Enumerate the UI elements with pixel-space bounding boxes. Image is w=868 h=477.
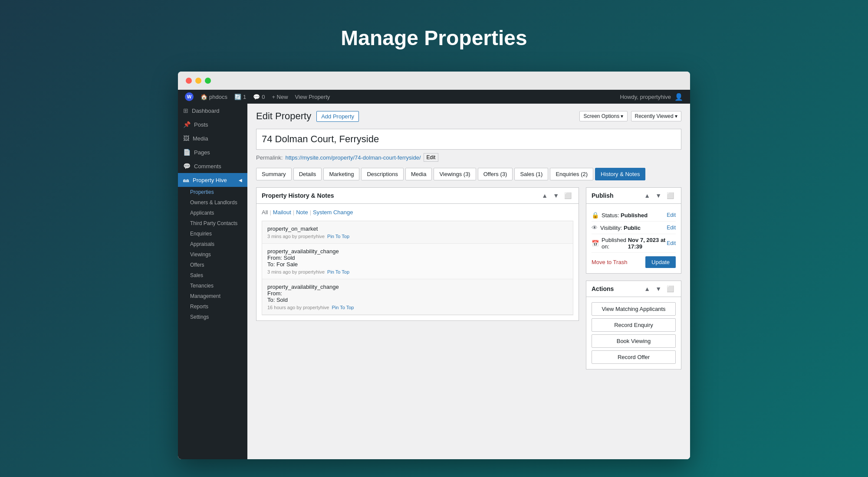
sidebar-sub-owners-landlords[interactable]: Owners & Landlords [178, 197, 247, 208]
tab-viewings[interactable]: Viewings (3) [434, 168, 476, 180]
sidebar-sub-appraisals[interactable]: Appraisals [178, 239, 247, 249]
sidebar-item-posts[interactable]: 📌 Posts [178, 118, 247, 131]
metabox-collapse-down[interactable]: ▼ [551, 191, 561, 200]
sidebar-sub-third-party[interactable]: Third Party Contacts [178, 218, 247, 229]
status-edit-link[interactable]: Edit [667, 212, 676, 218]
tab-sales[interactable]: Sales (1) [514, 168, 548, 180]
sidebar-item-comments[interactable]: 💬 Comments [178, 159, 247, 173]
publish-collapse-down[interactable]: ▼ [654, 191, 663, 200]
sidebar-sub-applicants[interactable]: Applicants [178, 208, 247, 218]
property-title-input[interactable] [256, 129, 681, 150]
filter-system-change[interactable]: System Change [313, 209, 353, 216]
tab-history-notes[interactable]: History & Notes [595, 168, 645, 180]
updates-item[interactable]: 🔄 1 [231, 90, 250, 104]
visibility-icon: 👁 [592, 224, 598, 231]
sidebar-sub-management[interactable]: Management [178, 291, 247, 301]
pages-icon: 📄 [183, 149, 191, 156]
pin-to-top-2[interactable]: Pin To Top [327, 269, 349, 274]
actions-title: Actions [592, 285, 614, 292]
sidebar-sub-settings[interactable]: Settings [178, 312, 247, 322]
record-offer-button[interactable]: Record Offer [592, 350, 676, 364]
tab-media[interactable]: Media [405, 168, 432, 180]
comment-icon: 💬 [253, 94, 260, 100]
sidebar-item-property-hive[interactable]: 🏘 Property Hive ◀ [178, 173, 247, 187]
sidebar-sub-properties[interactable]: Properties [178, 187, 247, 197]
history-notes-metabox: Property History & Notes ▲ ▼ ⬜ All | [256, 187, 579, 321]
tab-summary[interactable]: Summary [256, 168, 292, 180]
user-avatar-icon: 👤 [674, 93, 683, 101]
sidebar-sub-reports[interactable]: Reports [178, 301, 247, 312]
actions-collapse-up[interactable]: ▲ [642, 284, 652, 293]
visibility-row: 👁 Visibility: Public Edit [592, 222, 676, 234]
sidebar-sub-offers[interactable]: Offers [178, 260, 247, 270]
publish-collapse-up[interactable]: ▲ [642, 191, 652, 200]
maximize-button[interactable] [205, 78, 211, 84]
sidebar-sub-enquiries[interactable]: Enquiries [178, 229, 247, 239]
screen-options-button[interactable]: Screen Options ▾ [579, 111, 627, 121]
move-to-trash-link[interactable]: Move to Trash [592, 259, 627, 265]
history-scrollable[interactable]: property_on_market 3 mins ago by propert… [262, 221, 573, 315]
home-icon: 🏠 [201, 94, 207, 100]
site-name[interactable]: 🏠 phdocs [197, 90, 231, 104]
edit-property-heading: Edit Property [256, 111, 311, 122]
right-panel: Publish ▲ ▼ ⬜ 🔒 Status: [586, 187, 681, 376]
actions-expand[interactable]: ⬜ [665, 284, 676, 293]
tab-details[interactable]: Details [293, 168, 322, 180]
filter-mailout[interactable]: Mailout [273, 209, 291, 216]
add-property-button[interactable]: Add Property [316, 111, 359, 122]
new-item[interactable]: + New [268, 90, 291, 104]
permalink-url[interactable]: https://mysite.com/property/74-dolman-co… [285, 154, 421, 161]
main-panel: Property History & Notes ▲ ▼ ⬜ All | [256, 187, 579, 376]
close-button[interactable] [186, 78, 192, 84]
actions-controls: ▲ ▼ ⬜ [642, 284, 676, 293]
sidebar-sub-tenancies[interactable]: Tenancies [178, 281, 247, 291]
minimize-button[interactable] [195, 78, 201, 84]
sidebar-sub-viewings[interactable]: Viewings [178, 249, 247, 260]
history-entry-text-2: property_availability_change From: Sold … [267, 248, 568, 268]
history-notes-header: Property History & Notes ▲ ▼ ⬜ [256, 188, 579, 204]
metabox-expand[interactable]: ⬜ [562, 191, 573, 200]
history-notes-title: Property History & Notes [262, 192, 334, 199]
history-entry-3: property_availability_change From: To: S… [262, 279, 573, 315]
published-edit-link[interactable]: Edit [667, 240, 676, 246]
calendar-icon: 📅 [592, 240, 599, 247]
tab-descriptions[interactable]: Descriptions [361, 168, 404, 180]
howdy-item[interactable]: Howdy, propertyhive 👤 [616, 90, 687, 104]
tab-enquiries[interactable]: Enquiries (2) [550, 168, 593, 180]
publish-title: Publish [592, 192, 614, 199]
media-icon: 🖼 [183, 135, 189, 142]
tab-marketing[interactable]: Marketing [323, 168, 359, 180]
update-button[interactable]: Update [645, 256, 676, 268]
recently-viewed-button[interactable]: Recently Viewed ▾ [631, 111, 682, 121]
edit-slug-button[interactable]: Edit [424, 153, 439, 162]
top-right-buttons: Screen Options ▾ Recently Viewed ▾ [579, 111, 681, 121]
sidebar-item-dashboard[interactable]: ⊞ Dashboard [178, 104, 247, 118]
pin-to-top-1[interactable]: Pin To Top [327, 234, 349, 239]
sidebar-item-pages[interactable]: 📄 Pages [178, 145, 247, 159]
pin-to-top-3[interactable]: Pin To Top [332, 305, 354, 310]
history-entry-text-1: property_on_market [267, 225, 568, 232]
tabs: Summary Details Marketing Descriptions M… [256, 168, 681, 180]
visibility-edit-link[interactable]: Edit [667, 225, 676, 231]
publish-expand[interactable]: ⬜ [665, 191, 676, 200]
sidebar-sub-sales[interactable]: Sales [178, 270, 247, 281]
actions-collapse-down[interactable]: ▼ [654, 284, 663, 293]
view-property-item[interactable]: View Property [292, 90, 334, 104]
filter-note[interactable]: Note [296, 209, 308, 216]
admin-bar-right: Howdy, propertyhive 👤 [616, 90, 687, 104]
sidebar-item-media[interactable]: 🖼 Media [178, 131, 247, 145]
chevron-icon: ◀ [239, 178, 242, 183]
record-enquiry-button[interactable]: Record Enquiry [592, 318, 676, 332]
tab-offers[interactable]: Offers (3) [478, 168, 513, 180]
status-row: 🔒 Status: Published Edit [592, 209, 676, 222]
updates-icon: 🔄 [234, 94, 241, 100]
wp-logo[interactable]: W [181, 90, 197, 104]
browser-window: W 🏠 phdocs 🔄 1 💬 0 + New View Property H… [178, 72, 690, 459]
metabox-collapse-up[interactable]: ▲ [540, 191, 549, 200]
metabox-controls: ▲ ▼ ⬜ [540, 191, 573, 200]
comments-item[interactable]: 💬 0 [250, 90, 268, 104]
actions-header: Actions ▲ ▼ ⬜ [586, 281, 681, 297]
view-matching-applicants-button[interactable]: View Matching Applicants [592, 302, 676, 316]
published-row: 📅 Published on: Nov 7, 2023 at 17:39 Edi… [592, 234, 676, 253]
book-viewing-button[interactable]: Book Viewing [592, 334, 676, 348]
